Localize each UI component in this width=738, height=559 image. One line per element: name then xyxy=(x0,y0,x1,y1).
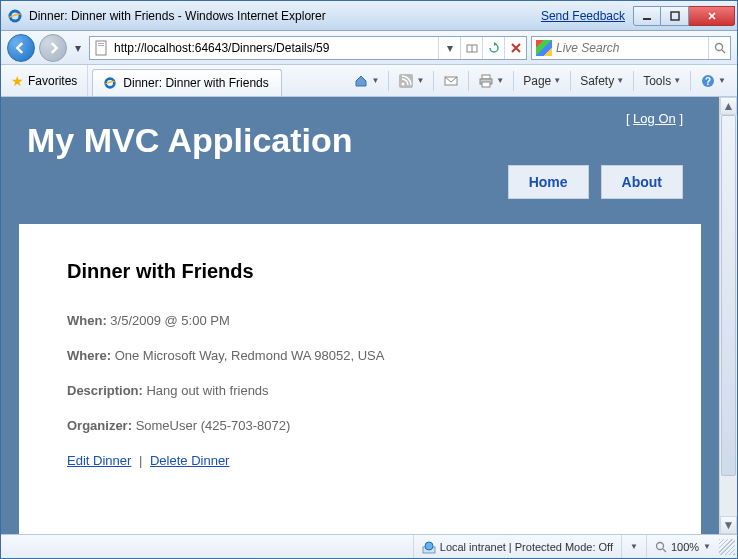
stop-button[interactable] xyxy=(504,37,526,59)
tools-menu[interactable]: Tools ▼ xyxy=(638,69,686,93)
help-button[interactable]: ?▼ xyxy=(695,69,731,93)
svg-rect-5 xyxy=(98,45,104,46)
favorites-label: Favorites xyxy=(28,74,77,88)
scroll-down-button[interactable]: ▼ xyxy=(720,516,737,534)
organizer-row: Organizer: SomeUser (425-703-8072) xyxy=(67,418,653,433)
recent-pages-dropdown[interactable]: ▾ xyxy=(71,34,85,62)
minimize-button[interactable] xyxy=(633,6,661,26)
tools-menu-label: Tools xyxy=(643,74,671,88)
svg-rect-12 xyxy=(482,75,490,79)
svg-rect-14 xyxy=(482,82,490,87)
close-button[interactable] xyxy=(689,6,735,26)
organizer-value: SomeUser (425-703-8072) xyxy=(136,418,291,433)
browser-tab[interactable]: Dinner: Dinner with Friends xyxy=(92,69,282,96)
svg-point-10 xyxy=(402,82,405,85)
command-buttons: ▼ ▼ ▼ Page ▼ Safety ▼ Tools ▼ ?▼ xyxy=(342,65,737,96)
rss-icon xyxy=(398,73,414,89)
when-row: When: 3/5/2009 @ 5:00 PM xyxy=(67,313,653,328)
menu-about[interactable]: About xyxy=(601,165,683,199)
title-bar: Dinner: Dinner with Friends - Windows In… xyxy=(1,1,737,31)
search-box xyxy=(531,36,731,60)
ie-icon xyxy=(103,76,117,90)
chevron-down-icon: ▼ xyxy=(630,542,638,551)
description-row: Description: Hang out with friends xyxy=(67,383,653,398)
window-title: Dinner: Dinner with Friends - Windows In… xyxy=(29,9,326,23)
search-input[interactable] xyxy=(556,41,708,55)
link-separator: | xyxy=(139,453,142,468)
organizer-label: Organizer: xyxy=(67,418,132,433)
page-menu-label: Page xyxy=(523,74,551,88)
menu-home[interactable]: Home xyxy=(508,165,589,199)
delete-dinner-link[interactable]: Delete Dinner xyxy=(150,453,230,468)
back-button[interactable] xyxy=(7,34,35,62)
maximize-button[interactable] xyxy=(661,6,689,26)
zoom-icon xyxy=(655,541,667,553)
where-value: One Microsoft Way, Redmond WA 98052, USA xyxy=(115,348,385,363)
address-input[interactable] xyxy=(114,38,438,58)
print-icon xyxy=(478,73,494,89)
svg-point-18 xyxy=(425,542,433,550)
zone-dropdown[interactable]: ▼ xyxy=(621,535,646,558)
browser-window: Dinner: Dinner with Friends - Windows In… xyxy=(0,0,738,559)
description-value: Hang out with friends xyxy=(146,383,268,398)
feeds-button[interactable]: ▼ xyxy=(393,69,429,93)
scroll-track[interactable] xyxy=(720,115,737,516)
zoom-text: 100% xyxy=(671,541,699,553)
zone-text: Local intranet | Protected Mode: Off xyxy=(440,541,613,553)
refresh-button[interactable] xyxy=(482,37,504,59)
edit-dinner-link[interactable]: Edit Dinner xyxy=(67,453,131,468)
favorites-button[interactable]: ★ Favorites xyxy=(1,65,88,96)
nav-bar: ▾ ▾ xyxy=(1,31,737,65)
address-dropdown[interactable]: ▾ xyxy=(438,37,460,59)
star-icon: ★ xyxy=(11,73,24,89)
page-content: [ Log On ] My MVC Application Home About… xyxy=(1,97,719,534)
bracket: ] xyxy=(676,111,683,126)
command-bar: ★ Favorites Dinner: Dinner with Friends … xyxy=(1,65,737,97)
mail-icon xyxy=(443,73,459,89)
where-label: Where: xyxy=(67,348,111,363)
scroll-up-button[interactable]: ▲ xyxy=(720,97,737,115)
svg-rect-1 xyxy=(643,18,651,20)
page-icon xyxy=(94,40,110,56)
chevron-down-icon: ▼ xyxy=(703,542,711,551)
compat-view-button[interactable] xyxy=(460,37,482,59)
search-provider-icon xyxy=(536,40,552,56)
print-button[interactable]: ▼ xyxy=(473,69,509,93)
app-title: My MVC Application xyxy=(27,121,701,160)
help-icon: ? xyxy=(700,73,716,89)
send-feedback-link[interactable]: Send Feedback xyxy=(541,9,625,23)
forward-button[interactable] xyxy=(39,34,67,62)
resize-grip[interactable] xyxy=(719,539,735,555)
description-label: Description: xyxy=(67,383,143,398)
vertical-scrollbar[interactable]: ▲ ▼ xyxy=(719,97,737,534)
action-links: Edit Dinner | Delete Dinner xyxy=(67,453,653,468)
ie-icon xyxy=(7,8,23,24)
read-mail-button[interactable] xyxy=(438,69,464,93)
content-card: Dinner with Friends When: 3/5/2009 @ 5:0… xyxy=(19,224,701,534)
dinner-heading: Dinner with Friends xyxy=(67,260,653,283)
window-buttons xyxy=(633,6,735,26)
when-label: When: xyxy=(67,313,107,328)
status-bar: Local intranet | Protected Mode: Off ▼ 1… xyxy=(1,534,737,558)
home-icon xyxy=(353,73,369,89)
svg-point-7 xyxy=(715,43,722,50)
home-button[interactable]: ▼ xyxy=(348,69,384,93)
svg-point-19 xyxy=(656,542,663,549)
logon-link[interactable]: Log On xyxy=(633,111,676,126)
svg-rect-2 xyxy=(671,12,679,20)
svg-rect-4 xyxy=(98,43,104,44)
client-area: [ Log On ] My MVC Application Home About… xyxy=(1,97,737,534)
scroll-thumb[interactable] xyxy=(721,115,736,476)
page-menu[interactable]: Page ▼ xyxy=(518,69,566,93)
safety-menu[interactable]: Safety ▼ xyxy=(575,69,629,93)
logon-area: [ Log On ] xyxy=(626,111,683,126)
address-bar: ▾ xyxy=(89,36,527,60)
svg-text:?: ? xyxy=(705,76,711,87)
intranet-icon xyxy=(422,540,436,554)
search-button[interactable] xyxy=(708,37,730,59)
safety-menu-label: Safety xyxy=(580,74,614,88)
tab-title: Dinner: Dinner with Friends xyxy=(123,76,268,90)
zoom-segment[interactable]: 100% ▼ xyxy=(646,535,719,558)
zone-segment[interactable]: Local intranet | Protected Mode: Off xyxy=(413,535,621,558)
main-menu: Home About xyxy=(508,165,683,199)
